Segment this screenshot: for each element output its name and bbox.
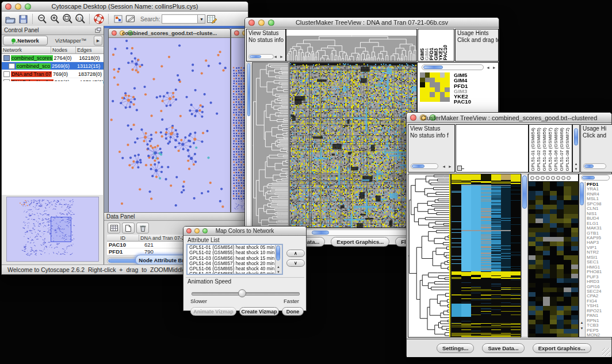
tv1-row-dendrogram-panel[interactable] [252,62,289,228]
matrix-cell[interactable] [445,97,450,102]
tv2-header-vscrollbar[interactable]: ▲ ▼ [572,124,580,173]
attribute-list-item[interactable]: GPL51-07 (GSM868) heat shock 60 min [188,271,282,275]
matrix-cell[interactable] [425,92,430,97]
scrollbar-thumb[interactable] [276,246,280,260]
matrix-cell[interactable] [425,72,430,78]
tv1-column-label[interactable]: PAC10 [443,45,447,60]
matrix-cell[interactable] [435,82,440,87]
network-overview-panel[interactable] [6,197,99,262]
open-session-button[interactable] [4,13,17,25]
zoom-in-icon[interactable] [48,13,61,25]
tv2-row-dendrogram-canvas[interactable] [408,174,450,337]
search-input[interactable] [162,14,197,24]
network-list-item[interactable]: combined_sco2569(6)13112(15) [2,62,104,70]
zoom-out-icon[interactable] [36,13,48,25]
tv2-hints-scrollbar[interactable] [583,163,606,169]
matrix-cell[interactable] [420,72,425,78]
tv2-save-data-button[interactable]: Save Data... [482,343,524,353]
tv2-gene-vscrollbar[interactable]: ▲ ▼ [579,182,586,337]
tv1-column-label[interactable]: GIM3 [434,48,438,60]
gene-label[interactable]: MON2 [587,333,602,338]
animation-speed-slider-thumb[interactable] [238,289,246,297]
tv1-heatmap-canvas[interactable] [290,63,416,228]
network-list-item[interactable]: combined_scores2764(0)16218(0) [2,54,104,62]
animate-vizmap-button[interactable]: Animate Vizmap [190,307,236,316]
tv2-settings-button[interactable]: Settings... [437,343,474,353]
matrix-cell[interactable] [425,78,430,83]
tv2-zoom-heatmap-canvas[interactable] [529,182,578,337]
tv1-zoom-hscrollbar[interactable] [422,64,484,70]
column-header-network[interactable]: Network [2,47,51,54]
matrix-cell[interactable] [425,82,430,87]
select-attributes-button[interactable] [108,223,120,233]
tab-vizmapper[interactable]: VizMapper™ [49,36,93,45]
move-down-button[interactable]: ∨ [286,259,305,267]
tv1-row-label[interactable]: PAC10 [454,99,471,104]
matrix-cell[interactable] [445,87,450,93]
dialog-titlebar[interactable]: Map Colors to Network [183,227,306,236]
tv2-column-label[interactable]: GPL51-03 (GSM856) [542,128,548,171]
scroll-up-icon[interactable]: ▲ [579,321,584,324]
tv2-column-label[interactable]: GPL51-08 (GSM872) [565,128,571,171]
zoom-selected-icon[interactable]: 1:1 [74,13,86,25]
tv2-column-dendrogram-panel[interactable] [456,124,529,173]
tv1-heatmap-panel[interactable] [289,62,417,228]
matrix-cell[interactable] [440,72,445,78]
tv2-column-label[interactable]: GPL51-04 (GSM857) [548,128,553,171]
scroll-up-icon[interactable]: ▲ [573,162,579,166]
scrollbar-thumb[interactable] [522,175,527,209]
close-button[interactable] [234,30,239,36]
matrix-cell[interactable] [440,82,445,87]
tv2-vscrollbar[interactable] [521,174,528,338]
tv1-export-graphics-button[interactable]: Export Graphics... [331,237,389,247]
float-panel-icon[interactable] [95,25,101,36]
tv2-heatmap-canvas[interactable] [452,174,521,337]
attribute-list-scrollbar[interactable]: ▲ ▼ [275,245,282,274]
matrix-cell[interactable] [440,87,445,93]
search-dropdown-arrow-icon[interactable]: ▼ [197,14,205,24]
scroll-arrows-icon[interactable]: ◄ ► [442,164,453,168]
network-overview-canvas[interactable] [7,197,97,260]
annotation-icon[interactable] [124,13,137,25]
matrix-cell[interactable] [430,97,435,102]
scroll-down-icon[interactable]: ▼ [573,167,579,171]
tv2-row-dendrogram-panel[interactable] [408,174,451,338]
tv2-column-label[interactable]: GPL51-07 (GSM868) [560,128,565,171]
matrix-cell[interactable] [440,78,445,83]
scroll-down-icon[interactable]: ▼ [579,327,584,330]
zoom-fit-icon[interactable] [61,13,74,25]
matrix-cell[interactable] [420,82,425,87]
new-attribute-button[interactable] [122,223,135,233]
tv2-status-scrollbar[interactable] [411,163,438,169]
scrollbar-thumb[interactable] [574,128,578,145]
network1-titlebar[interactable]: combined_scores_good.txt--cluste... [109,29,230,38]
matrix-cell[interactable] [430,82,435,87]
tab-network[interactable]: Network [3,36,48,45]
matrix-cell[interactable] [420,92,425,97]
matrix-cell[interactable] [430,92,435,97]
matrix-cell[interactable] [445,72,450,78]
tv2-column-label[interactable]: GPL51-06 (GSM865) [554,128,559,171]
matrix-cell[interactable] [445,78,450,83]
layout-icon[interactable] [112,13,124,25]
matrix-cell[interactable] [430,72,435,78]
tab-overflow-button[interactable]: ▶ [94,36,102,45]
matrix-cell[interactable] [420,87,425,93]
column-header-edges[interactable]: Edges [76,47,104,54]
tv1-column-dendrogram-canvas[interactable] [286,36,416,61]
network1-view-canvas[interactable] [109,38,229,212]
attr-col-id[interactable]: ID [107,235,139,242]
scroll-arrows-icon[interactable]: ◄ ► [486,66,497,70]
matrix-cell[interactable] [435,87,440,93]
matrix-cell[interactable] [420,97,425,102]
column-header-nodes[interactable]: Nodes [51,47,76,54]
tv2-export-graphics-button[interactable]: Export Graphics... [533,343,591,353]
matrix-cell[interactable] [430,78,435,83]
matrix-cell[interactable] [425,97,430,102]
help-lifesaver-icon[interactable] [93,13,105,25]
scrollbar-thumb[interactable] [312,231,329,235]
matrix-cell[interactable] [435,97,440,102]
matrix-cell[interactable] [425,87,430,93]
matrix-cell[interactable] [435,92,440,97]
resize-grip[interactable] [602,348,610,356]
